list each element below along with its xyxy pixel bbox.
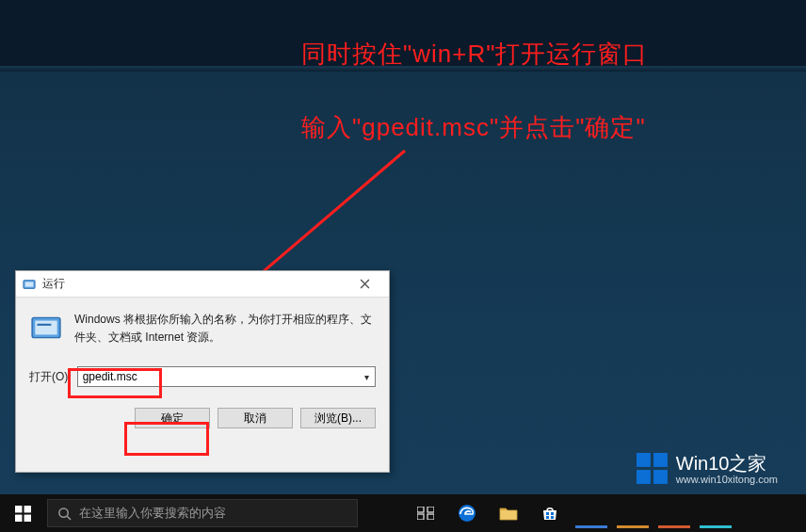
svg-point-14 [59,508,68,516]
search-icon [57,507,72,521]
run-dialog-description: Windows 将根据你所输入的名称，为你打开相应的程序、文件夹、文档或 Int… [74,311,376,346]
ok-button[interactable]: 确定 [135,408,210,428]
desktop-background: 同时按住"win+R"打开运行窗口 输入"gpedit.msc"并点击"确定" … [0,0,806,532]
svg-rect-13 [24,514,30,521]
taskbar-icons [405,494,736,532]
watermark-url: www.win10xitong.com [676,474,778,485]
run-dialog-title: 运行 [42,276,346,292]
windows-logo-icon [637,453,669,485]
taskbar-app-4[interactable] [695,494,736,532]
run-dialog: 运行 Windows 将根据你所输入的名称，为你打开相应的程序、文件夹、文档或 … [15,270,390,473]
svg-rect-21 [500,508,507,510]
start-button[interactable] [0,494,45,532]
task-view-button[interactable] [405,494,446,532]
svg-rect-22 [546,512,549,515]
edge-button[interactable] [446,494,488,532]
open-input[interactable] [77,366,376,387]
taskbar: 在这里输入你要搜索的内容 [0,494,806,532]
svg-rect-23 [551,512,554,515]
svg-rect-24 [546,516,549,519]
svg-rect-17 [427,507,434,512]
taskbar-app-indicator [658,525,690,528]
taskbar-app-1[interactable] [571,494,612,532]
run-dialog-icon [29,311,63,345]
taskbar-app-3[interactable] [653,494,695,532]
svg-rect-18 [417,514,424,520]
windows-start-icon [15,506,31,522]
close-button[interactable] [346,274,383,295]
svg-rect-7 [653,453,668,467]
taskbar-app-2[interactable] [612,494,653,532]
store-button[interactable] [529,494,571,532]
svg-rect-4 [35,321,56,335]
svg-rect-16 [417,507,424,512]
open-label: 打开(O): [29,369,72,385]
svg-rect-10 [15,506,22,512]
watermark: Win10之家 www.win10xitong.com [637,453,778,485]
taskbar-app-indicator [700,525,732,528]
taskbar-search[interactable]: 在这里输入你要搜索的内容 [47,499,358,527]
cancel-button[interactable]: 取消 [218,408,293,428]
search-placeholder: 在这里输入你要搜索的内容 [79,505,226,522]
svg-rect-12 [15,514,22,521]
task-view-icon [417,507,434,520]
run-dialog-buttons: 确定 取消 浏览(B)... [16,396,389,442]
svg-rect-8 [637,470,651,484]
annotation-line-1: 同时按住"win+R"打开运行窗口 [301,38,648,71]
svg-rect-5 [37,324,51,326]
edge-icon [458,504,476,523]
file-explorer-icon [499,506,518,521]
annotation-line-2: 输入"gpedit.msc"并点击"确定" [301,111,646,144]
svg-rect-19 [427,514,434,520]
svg-rect-9 [653,470,668,484]
watermark-title: Win10之家 [676,453,778,474]
open-combobox-wrap: ▾ [77,366,376,387]
file-explorer-button[interactable] [488,494,529,532]
store-icon [541,505,558,522]
run-icon [22,277,37,292]
svg-rect-11 [24,506,30,512]
run-dialog-body: Windows 将根据你所输入的名称，为你打开相应的程序、文件夹、文档或 Int… [16,298,389,396]
taskbar-app-indicator [617,525,649,528]
svg-line-15 [67,516,71,520]
taskbar-app-indicator [575,525,607,528]
svg-rect-6 [637,453,651,467]
svg-rect-25 [551,516,554,519]
run-dialog-titlebar[interactable]: 运行 [16,271,389,298]
browse-button[interactable]: 浏览(B)... [300,408,376,428]
svg-rect-2 [25,282,34,286]
